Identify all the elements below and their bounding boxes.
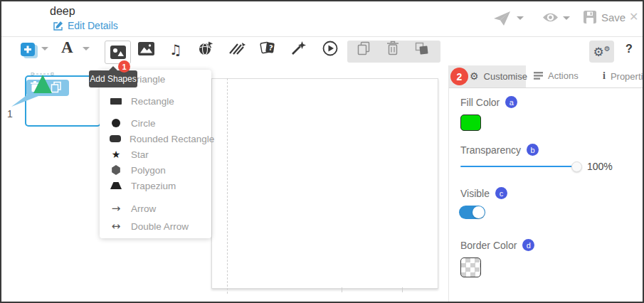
visible-toggle[interactable]	[459, 206, 485, 219]
duplicate-button[interactable]	[357, 41, 371, 55]
arrange-layers-icon	[414, 41, 429, 55]
slide-action-bubble	[7, 71, 74, 112]
menu-item-arrow[interactable]: → Arrow	[100, 201, 211, 216]
ruler-tick	[402, 287, 403, 292]
menu-item-rounded-rectangle[interactable]: Rounded Rectangle	[100, 131, 211, 147]
paper-plane-icon	[494, 11, 511, 26]
arrow-icon: →	[110, 203, 122, 214]
chevron-down-icon	[563, 16, 570, 20]
menu-item-star[interactable]: ★ Star	[100, 147, 211, 162]
info-icon: i	[603, 70, 606, 82]
transparency-slider[interactable]	[460, 166, 579, 167]
annotation-badge-a: a	[505, 96, 517, 108]
tab-properties[interactable]: i Properties	[603, 70, 644, 82]
audio-tool-button[interactable]: ♫	[169, 41, 182, 58]
project-title: deep	[50, 5, 75, 18]
list-icon	[534, 72, 543, 80]
preview-play-button[interactable]	[322, 41, 338, 56]
step-badge-1: 1	[118, 60, 130, 73]
rectangle-icon	[110, 98, 122, 105]
toggle-knob	[473, 206, 485, 218]
menu-item-double-arrow[interactable]: ↔ Double Arrow	[100, 218, 211, 234]
transparency-slider-handle[interactable]	[571, 161, 582, 172]
add-shapes-tooltip: Add Shapes	[89, 70, 137, 87]
tab-actions[interactable]: Actions	[534, 70, 579, 81]
annotation-badge-b: b	[527, 144, 539, 156]
edit-details-link[interactable]: Edit Details	[53, 20, 118, 31]
slide-canvas[interactable]	[211, 78, 438, 289]
gear-icon: ⚙	[470, 70, 479, 82]
header: deep Edit Details Save ✕	[1, 1, 643, 37]
add-element-caret[interactable]	[41, 47, 48, 51]
fill-color-label: Fill Color	[460, 97, 500, 108]
step-badge-2: 2	[450, 68, 468, 85]
chevron-down-icon	[41, 47, 48, 51]
tab-customise[interactable]: ⚙ Customise	[470, 70, 527, 82]
ruler-tick	[342, 287, 342, 292]
add-slide-icon	[20, 43, 38, 60]
shapes-icon	[110, 46, 126, 59]
border-color-row: Border Color d	[460, 239, 534, 251]
annotation-badge-d: d	[522, 239, 534, 251]
scribble-tool-button[interactable]	[229, 42, 246, 55]
menu-item-circle[interactable]: Circle	[100, 115, 211, 131]
preview-dropdown-caret[interactable]	[563, 16, 570, 20]
shapes-dropdown-menu: Triangle Rectangle Circle Rounded Rectan…	[100, 70, 211, 238]
annotation-badge-c: c	[495, 187, 507, 199]
menu-item-polygon[interactable]: Polygon	[100, 162, 211, 178]
menu-item-trapezium[interactable]: Trapezium	[100, 178, 211, 193]
menu-item-rectangle[interactable]: Rectangle	[100, 93, 211, 109]
delete-button[interactable]	[386, 41, 399, 55]
double-arrow-icon: ↔	[110, 221, 122, 232]
transparency-row: Transparency b	[460, 144, 539, 156]
image-icon	[138, 42, 154, 55]
ball-pointer-icon	[199, 41, 214, 56]
help-button[interactable]: ?	[625, 43, 633, 55]
visible-label: Visible	[460, 188, 490, 199]
editor-window: deep Edit Details Save ✕	[0, 0, 644, 303]
chevron-down-icon	[517, 16, 524, 20]
transparency-value: 100%	[587, 161, 613, 172]
image-tool-button[interactable]	[138, 42, 154, 55]
magic-wand-icon	[291, 41, 306, 55]
transparency-label: Transparency	[460, 144, 521, 156]
quiz-tool-button[interactable]: ?	[260, 41, 276, 55]
preview-button[interactable]	[542, 12, 559, 23]
star-icon: ★	[110, 149, 122, 159]
fill-color-row: Fill Color a	[460, 96, 517, 108]
arrange-button[interactable]	[414, 41, 429, 55]
duplicate-icon	[357, 41, 371, 55]
save-button[interactable]: Save	[584, 11, 625, 23]
quiz-cards-icon: ?	[260, 41, 276, 55]
border-color-label: Border Color	[460, 240, 517, 251]
panel-divider	[448, 65, 449, 302]
publish-button[interactable]	[494, 11, 511, 26]
visible-row: Visible c	[460, 187, 507, 199]
close-icon[interactable]: ✕	[629, 10, 638, 23]
edit-details-label: Edit Details	[68, 20, 118, 31]
edit-pencil-icon	[53, 21, 63, 31]
text-tool-button[interactable]: A	[61, 38, 73, 57]
interactive-tool-button[interactable]	[199, 41, 214, 56]
settings-button[interactable]: ⚙⚙	[589, 41, 614, 63]
tab-row-divider	[449, 87, 643, 88]
trash-icon	[386, 41, 399, 55]
save-label: Save	[601, 11, 625, 23]
chevron-down-icon	[83, 47, 90, 51]
fill-color-swatch[interactable]	[460, 115, 481, 131]
eye-icon	[542, 12, 559, 23]
border-color-swatch[interactable]	[460, 257, 481, 277]
gear-icon: ⚙⚙	[593, 45, 610, 59]
text-tool-caret[interactable]	[83, 47, 90, 51]
magic-wand-tool-button[interactable]	[291, 41, 306, 55]
trapezium-icon	[110, 182, 122, 189]
toolbar: A ♫ ?	[1, 37, 643, 65]
guide-line	[227, 78, 228, 294]
add-element-button[interactable]	[20, 43, 38, 60]
publish-dropdown-caret[interactable]	[517, 16, 524, 20]
scribble-icon	[229, 42, 246, 55]
floppy-disk-icon	[584, 11, 596, 23]
rounded-rectangle-icon	[110, 135, 121, 142]
polygon-icon	[110, 165, 122, 175]
circle-icon	[110, 119, 122, 127]
